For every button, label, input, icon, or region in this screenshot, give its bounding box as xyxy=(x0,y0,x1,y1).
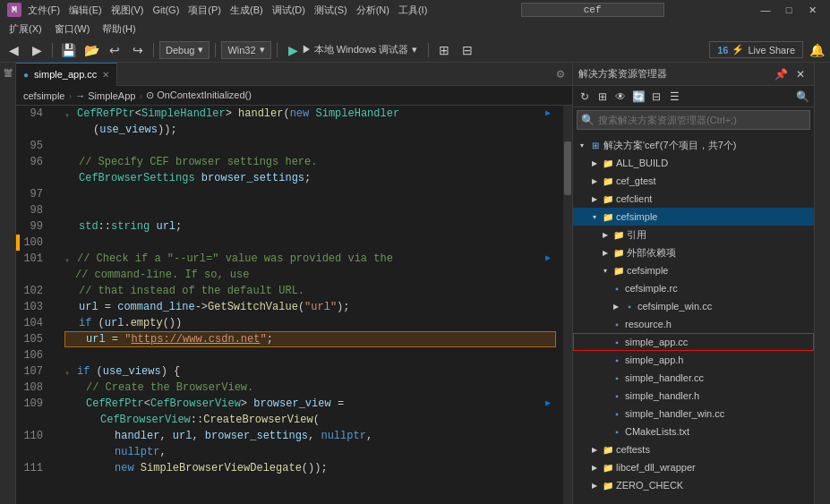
undo-button[interactable]: ↩ xyxy=(105,40,124,60)
tree-item-cefsimple-win-cc[interactable]: ▶ ▪ cefsimple_win.cc xyxy=(573,297,814,315)
code-line-97 xyxy=(64,186,556,202)
tree-item-zero-check[interactable]: ▶ 📁 ZERO_CHECK xyxy=(573,476,814,494)
code-line-106 xyxy=(64,347,556,363)
pin-button[interactable]: 📌 xyxy=(773,66,789,82)
breadcrumb-simpleapp[interactable]: → SimpleApp xyxy=(75,90,135,101)
properties-button[interactable]: ☰ xyxy=(666,89,682,105)
code-line-105: url = "https://www.csdn.net"; xyxy=(64,331,556,347)
menu-edit[interactable]: 编辑(E) xyxy=(66,4,105,17)
sync-button[interactable]: ↻ xyxy=(577,89,593,105)
tree-item-simple-handler-h[interactable]: ▪ simple_handler.h xyxy=(573,387,814,405)
menu-extend[interactable]: 扩展(X) xyxy=(4,21,47,38)
tree-label-cefsimple-rc: cefsimple.rc xyxy=(625,283,678,294)
menu-git[interactable]: Git(G) xyxy=(150,4,182,15)
menu-analyze[interactable]: 分析(N) xyxy=(354,4,392,17)
redo-button[interactable]: ↪ xyxy=(128,40,148,60)
title-search[interactable]: cef xyxy=(521,3,664,17)
arrow-right-101: ▶ xyxy=(545,251,551,267)
toolbar-separator-1 xyxy=(52,43,53,57)
menu-window[interactable]: 窗口(W) xyxy=(49,21,96,38)
save-button[interactable]: 💾 xyxy=(58,40,78,60)
solution-explorer-header: 解决方案资源管理器 📌 ✕ xyxy=(573,63,814,86)
tree-item-simple-handler-win-cc[interactable]: ▪ simple_handler_win.cc xyxy=(573,405,814,423)
panel-close-button[interactable]: ✕ xyxy=(792,66,809,82)
fold-icon-107[interactable]: ▾ xyxy=(64,366,75,377)
folder-icon-cefsimple: 📁 xyxy=(602,210,614,223)
fold-icon-101[interactable]: ▾ xyxy=(64,253,75,264)
solution-search-box[interactable]: 🔍 xyxy=(577,110,810,130)
minimap[interactable] xyxy=(556,106,563,504)
feedback-button[interactable]: 🔔 xyxy=(807,40,826,60)
menu-help[interactable]: 帮助(H) xyxy=(97,21,141,38)
fold-icon-94[interactable]: ▾ xyxy=(64,108,75,119)
folder-icon-libcef: 📁 xyxy=(602,461,614,474)
code-content[interactable]: ▾ CefRefPtr<SimpleHandler> handler(new S… xyxy=(57,106,556,504)
run-button[interactable]: ▶ ▶ 本地 Windows 调试器 ▾ xyxy=(283,41,424,59)
right-tab-item[interactable]: 测试资源管理器 xyxy=(815,63,830,77)
menu-project[interactable]: 项目(P) xyxy=(185,4,224,17)
solution-search-input[interactable] xyxy=(598,115,759,125)
open-file-button[interactable]: 📂 xyxy=(81,40,101,60)
tree-item-ref[interactable]: ▶ 📁 引用 xyxy=(573,226,814,243)
forward-button[interactable]: ▶ xyxy=(27,40,47,60)
tree-item-simple-handler-cc[interactable]: ▪ simple_handler.cc xyxy=(573,369,814,387)
tree-item-libcef-dll-wrapper[interactable]: ▶ 📁 libcef_dll_wrapper xyxy=(573,458,814,476)
h-icon-resource: ▪ xyxy=(611,318,623,330)
left-tab-toolbox[interactable]: 工具箱 xyxy=(0,77,15,91)
tree-label-zero-check: ZERO_CHECK xyxy=(616,480,683,491)
menu-view[interactable]: 视图(V) xyxy=(108,4,147,17)
tree-item-resource-h[interactable]: ▪ resource.h xyxy=(573,315,814,333)
collapse-button[interactable]: ⊟ xyxy=(648,89,664,105)
code-line-109: CefRefPtr<CefBrowserView> browser_view =… xyxy=(64,396,556,412)
debug-config-dropdown[interactable]: Debug ▾ xyxy=(159,41,210,59)
tree-item-simple-app-h[interactable]: ▪ simple_app.h xyxy=(573,351,814,369)
breadcrumb-method[interactable]: ⊙ OnContextInitialized() xyxy=(146,90,252,101)
tab-close-button[interactable]: ✕ xyxy=(102,70,109,80)
minimize-button[interactable]: — xyxy=(755,3,776,17)
menu-test[interactable]: 测试(S) xyxy=(312,4,350,17)
folder-icon-extern: 📁 xyxy=(612,246,625,259)
cpp-icon-simple-handler: ▪ xyxy=(611,372,623,384)
back-button[interactable]: ◀ xyxy=(4,40,23,60)
menu-build[interactable]: 生成(B) xyxy=(227,4,266,17)
live-share-button[interactable]: 16 ⚡ Live Share xyxy=(709,41,803,58)
close-button[interactable]: ✕ xyxy=(801,3,823,17)
platform-dropdown[interactable]: Win32 ▾ xyxy=(221,41,270,59)
breadcrumb-bar: cefsimple › → SimpleApp › ⊙ OnContextIni… xyxy=(16,86,572,106)
tree-item-cefsimple-folder[interactable]: ▾ 📁 cefsimple xyxy=(573,261,814,279)
menu-tools[interactable]: 工具(I) xyxy=(396,4,430,17)
left-tab-server-explorer[interactable]: 服务器资源管理器 xyxy=(0,63,15,77)
code-line-94b: (use_views)); xyxy=(64,122,556,138)
tree-item-all-build[interactable]: ▶ 📁 ALL_BUILD xyxy=(573,154,814,172)
expand-arrow-cefsimple-folder: ▾ xyxy=(600,265,611,276)
new-solution-button[interactable]: ⊞ xyxy=(595,89,611,105)
breadcrumb-cefsimple[interactable]: cefsimple xyxy=(23,90,64,101)
refresh-button[interactable]: 🔄 xyxy=(630,89,646,105)
tree-item-cmakelists[interactable]: ▪ CMakeLists.txt xyxy=(573,423,814,440)
tree-item-simple-app-cc[interactable]: ▪ simple_app.cc xyxy=(573,333,814,351)
editor-settings-button[interactable]: ⚙ xyxy=(549,63,572,86)
show-all-button[interactable]: 👁 xyxy=(612,89,629,105)
tree-label-simple-app-h: simple_app.h xyxy=(625,355,683,365)
tree-item-cefclient[interactable]: ▶ 📁 cefclient xyxy=(573,190,814,208)
tree-item-cefsimple[interactable]: ▾ 📁 cefsimple xyxy=(573,208,814,226)
vertical-scrollbar[interactable] xyxy=(563,106,572,504)
search-panel-button[interactable]: 🔍 xyxy=(794,89,810,105)
scrollbar-thumb[interactable] xyxy=(564,141,571,195)
tree-item-extern[interactable]: ▶ 📁 外部依赖项 xyxy=(573,243,814,261)
menu-file[interactable]: 文件(F) xyxy=(25,4,63,17)
tab-simple-app-cc[interactable]: ● simple_app.cc ✕ xyxy=(16,63,117,86)
menu-debug[interactable]: 调试(D) xyxy=(270,4,308,17)
tree-item-solution[interactable]: ▾ ⊞ 解决方案'cef'(7个项目，共7个) xyxy=(573,136,814,154)
code-line-98 xyxy=(64,202,556,218)
tree-item-cef-gtest[interactable]: ▶ 📁 cef_gtest xyxy=(573,172,814,190)
tree-item-ceftests[interactable]: ▶ 📁 ceftests xyxy=(573,440,814,458)
maximize-button[interactable]: □ xyxy=(778,3,800,17)
left-tabs: 服务器资源管理器 工具箱 xyxy=(0,63,16,504)
expand-arrow-all-build: ▶ xyxy=(589,158,600,168)
tree-item-cefsimple-rc[interactable]: ▪ cefsimple.rc xyxy=(573,279,814,297)
toolbar-icon-1[interactable]: ⊞ xyxy=(434,40,454,60)
toolbar-icon-2[interactable]: ⊟ xyxy=(458,40,477,60)
solution-explorer-title: 解决方案资源管理器 xyxy=(578,67,769,81)
code-scroll-area[interactable]: 94 95 96 97 98 99 100 101 102 103 104 10… xyxy=(16,106,572,504)
